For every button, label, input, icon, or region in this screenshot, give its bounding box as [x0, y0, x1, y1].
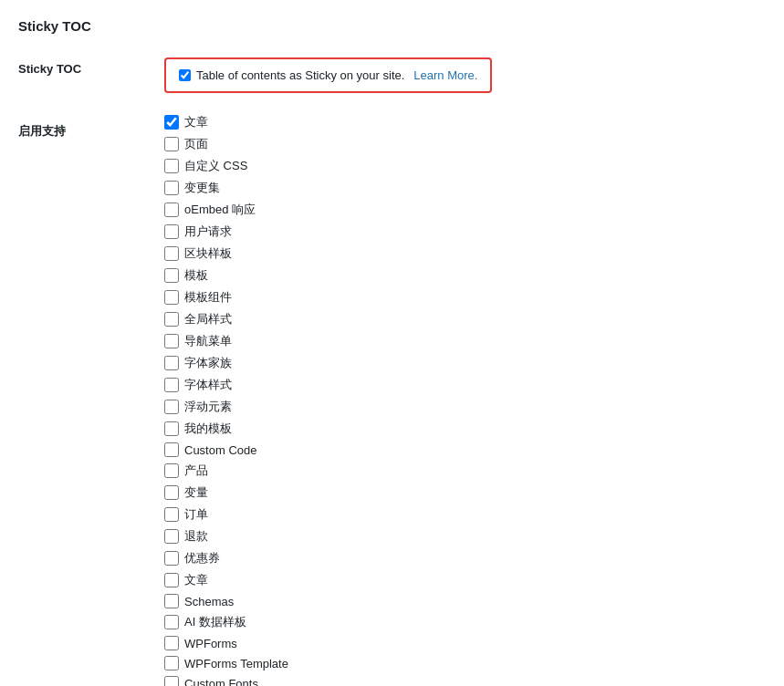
post-type-label: Schemas	[184, 595, 234, 608]
post-type-label: WPForms	[184, 637, 237, 650]
post-type-checkbox-0[interactable]	[164, 115, 179, 130]
post-type-checkbox-23[interactable]	[164, 615, 179, 629]
post-type-item[interactable]: 自定义 CSS	[164, 157, 766, 175]
post-type-item[interactable]: AI 数据样板	[164, 613, 766, 631]
sticky-toc-label: Sticky TOC	[18, 48, 164, 109]
post-type-label: 区块样板	[184, 245, 232, 262]
sticky-toc-checkbox[interactable]	[179, 69, 191, 81]
post-type-checkbox-7[interactable]	[164, 268, 179, 283]
post-type-item[interactable]: Custom Code	[164, 442, 766, 458]
post-type-label: 文章	[184, 572, 208, 588]
post-type-item[interactable]: 产品	[164, 462, 766, 480]
post-type-label: 退款	[184, 528, 208, 545]
post-type-item[interactable]: 用户请求	[164, 223, 766, 241]
post-type-label: 全局样式	[184, 311, 232, 327]
post-type-checkbox-14[interactable]	[164, 421, 179, 436]
post-type-label: WPForms Template	[184, 657, 288, 670]
post-type-label: 订单	[184, 506, 208, 523]
post-type-checkbox-8[interactable]	[164, 290, 179, 305]
post-type-checkbox-26[interactable]	[164, 676, 179, 686]
post-type-item[interactable]: Schemas	[164, 593, 766, 609]
post-type-item[interactable]: 字体家族	[164, 354, 766, 372]
post-type-checkbox-22[interactable]	[164, 594, 179, 608]
post-type-checkbox-2[interactable]	[164, 159, 179, 173]
post-type-item[interactable]: 变量	[164, 483, 766, 502]
post-type-checkbox-21[interactable]	[164, 573, 179, 587]
post-type-item[interactable]: Custom Fonts	[164, 675, 766, 686]
post-type-label: 模板	[184, 267, 208, 284]
post-type-label: 字体样式	[184, 377, 232, 393]
post-type-checkbox-18[interactable]	[164, 507, 179, 522]
post-type-label: 我的模板	[184, 421, 232, 437]
post-type-item[interactable]: 我的模板	[164, 420, 766, 438]
post-type-label: 浮动元素	[184, 399, 232, 415]
sticky-toc-box: Table of contents as Sticky on your site…	[164, 57, 492, 93]
post-type-checkbox-12[interactable]	[164, 378, 179, 392]
post-type-item[interactable]: 模板	[164, 266, 766, 285]
post-type-checkbox-6[interactable]	[164, 246, 179, 261]
post-type-item[interactable]: 退款	[164, 527, 766, 546]
post-type-checkbox-11[interactable]	[164, 356, 179, 370]
post-type-checkbox-19[interactable]	[164, 529, 179, 544]
post-type-item[interactable]: 优惠券	[164, 549, 766, 567]
post-type-item[interactable]: 订单	[164, 505, 766, 524]
post-type-label: 变量	[184, 484, 208, 501]
post-type-item[interactable]: WPForms Template	[164, 655, 766, 671]
post-type-checkbox-3[interactable]	[164, 181, 179, 195]
post-type-item[interactable]: 区块样板	[164, 244, 766, 263]
post-type-label: 产品	[184, 463, 208, 479]
post-type-item[interactable]: oEmbed 响应	[164, 201, 766, 219]
post-type-label: 字体家族	[184, 355, 232, 371]
post-type-checkbox-25[interactable]	[164, 656, 179, 670]
post-type-item[interactable]: 导航菜单	[164, 332, 766, 350]
post-type-checkbox-1[interactable]	[164, 137, 179, 151]
learn-more-link[interactable]: Learn More.	[413, 68, 477, 82]
post-type-label: 用户请求	[184, 223, 232, 240]
sticky-toc-label-text: Table of contents as Sticky on your site…	[196, 68, 404, 82]
post-type-checkbox-5[interactable]	[164, 224, 179, 239]
post-type-label: 优惠券	[184, 550, 220, 566]
post-type-item[interactable]: 字体样式	[164, 376, 766, 394]
post-type-item[interactable]: 全局样式	[164, 310, 766, 328]
post-type-label: 文章	[184, 114, 208, 130]
enable-support-label: 启用支持	[18, 109, 164, 686]
post-type-label: AI 数据样板	[184, 614, 246, 630]
sticky-toc-main-label[interactable]: Table of contents as Sticky on your site…	[179, 68, 477, 82]
post-type-label: Custom Code	[184, 443, 256, 457]
post-type-checkbox-16[interactable]	[164, 463, 179, 478]
post-type-label: 自定义 CSS	[184, 158, 247, 174]
post-type-label: 页面	[184, 136, 208, 152]
post-type-label: 模板组件	[184, 289, 232, 306]
post-type-checkbox-20[interactable]	[164, 551, 179, 566]
post-type-label: oEmbed 响应	[184, 202, 256, 218]
post-type-label: Custom Fonts	[184, 677, 258, 687]
post-type-item[interactable]: 页面	[164, 135, 766, 153]
post-type-checkbox-10[interactable]	[164, 334, 179, 348]
post-type-item[interactable]: WPForms	[164, 635, 766, 651]
post-type-checkbox-15[interactable]	[164, 442, 179, 457]
post-type-checkbox-17[interactable]	[164, 485, 179, 500]
post-type-checkbox-9[interactable]	[164, 312, 179, 327]
post-type-item[interactable]: 变更集	[164, 179, 766, 197]
post-type-checkbox-4[interactable]	[164, 203, 179, 217]
post-type-list: 文章页面自定义 CSS变更集oEmbed 响应用户请求区块样板模板模板组件全局样…	[164, 113, 766, 686]
post-type-item[interactable]: 模板组件	[164, 288, 766, 307]
post-type-item[interactable]: 文章	[164, 571, 766, 589]
page-section-title: Sticky TOC	[18, 18, 766, 34]
post-type-checkbox-13[interactable]	[164, 400, 179, 414]
post-type-checkbox-24[interactable]	[164, 636, 179, 650]
post-type-label: 导航菜单	[184, 333, 232, 349]
post-type-item[interactable]: 浮动元素	[164, 398, 766, 416]
post-type-label: 变更集	[184, 180, 220, 196]
post-type-item[interactable]: 文章	[164, 113, 766, 131]
